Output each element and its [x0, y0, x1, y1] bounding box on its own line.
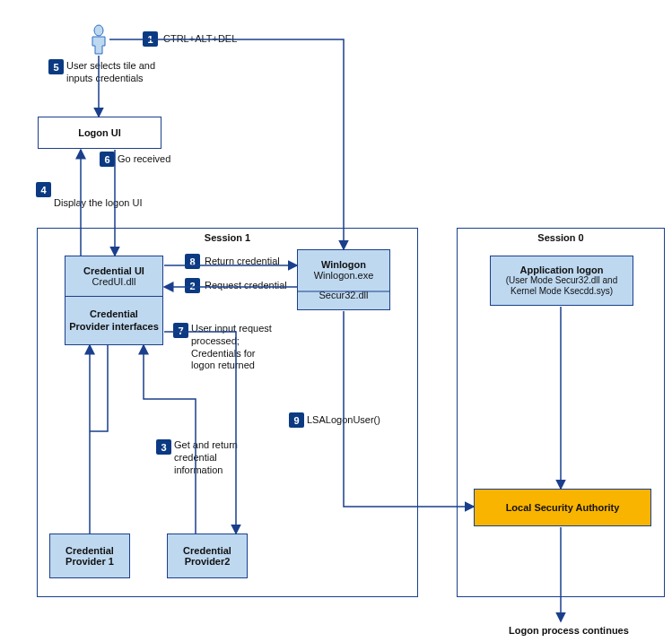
cred-ui-sub: CredUI.dll	[92, 276, 136, 287]
cp2-title: Credential Provider2	[171, 545, 243, 567]
step-2-label: Request credential	[205, 280, 287, 292]
step-8-badge: 8	[185, 254, 200, 269]
winlogon-title: Winlogon	[321, 259, 366, 270]
session-1-title: Session 1	[38, 232, 417, 243]
footer-label: Logon process continues	[509, 625, 629, 638]
svg-point-0	[94, 25, 103, 36]
applogon-sub: (User Mode Secur32.dll and Kernel Mode K…	[494, 275, 629, 297]
cred-prov-if-title: Credential Provider interfaces	[69, 308, 159, 332]
step-3-badge: 3	[156, 439, 171, 455]
box-cred-provider-2: Credential Provider2	[167, 534, 248, 578]
cp1-title: Credential Provider 1	[54, 545, 126, 567]
step-8-label: Return credential	[205, 256, 280, 268]
cred-ui-title: Credential UI	[83, 265, 144, 276]
step-9-label: LSALogonUser()	[307, 414, 380, 427]
logon-ui-title: Logon UI	[78, 127, 121, 138]
box-credential-ui: Credential UI CredUI.dll	[65, 256, 163, 297]
box-application-logon: Application logon (User Mode Secur32.dll…	[490, 256, 633, 306]
step-5-label: User selects tile and inputs credentials	[66, 60, 165, 85]
box-logon-ui: Logon UI	[38, 117, 161, 149]
applogon-title: Application logon	[520, 265, 604, 275]
step-4-badge: 4	[36, 182, 51, 197]
winlogon-sub2: Secur32.dll	[319, 290, 368, 300]
session-0-title: Session 0	[458, 232, 664, 243]
step-3-label: Get and return credential information	[174, 439, 246, 476]
step-9-badge: 9	[289, 412, 304, 428]
box-cred-provider-interfaces: Credential Provider interfaces	[65, 297, 163, 345]
step-4-label: Display the logon UI	[54, 197, 142, 210]
step-7-badge: 7	[173, 323, 188, 338]
box-cred-provider-1: Credential Provider 1	[49, 534, 130, 578]
winlogon-sub1: Winlogon.exe	[314, 270, 374, 281]
step-1-badge: 1	[143, 31, 158, 47]
box-lsa: Local Security Authority	[474, 489, 651, 526]
step-6-badge: 6	[100, 152, 115, 167]
user-icon	[89, 24, 109, 56]
step-1-label: CTRL+ALT+DEL	[163, 33, 237, 46]
step-5-badge: 5	[48, 59, 64, 74]
lsa-title: Local Security Authority	[506, 502, 620, 513]
step-7-label: User input request processed; Credential…	[191, 323, 276, 372]
step-6-label: Go received	[118, 153, 170, 166]
step-2-badge: 2	[185, 278, 200, 293]
box-winlogon: Winlogon Winlogon.exe Secur32.dll	[297, 249, 390, 310]
